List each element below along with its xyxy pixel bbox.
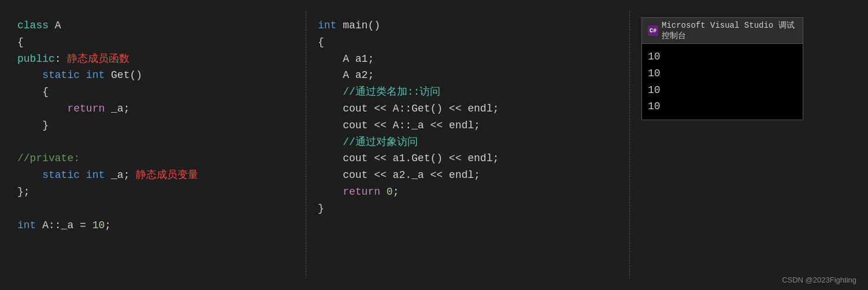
code-line [17, 134, 294, 151]
code-line: public: 静态成员函数 [17, 51, 294, 68]
code-line: int main() [318, 17, 618, 34]
code-line: { [17, 84, 294, 101]
code-line: int A::_a = 10; [17, 217, 294, 234]
output-line: 10 [648, 49, 797, 65]
output-panel: C# Microsoft Visual Studio 调试控制台 1010101… [630, 12, 815, 278]
code-line: }; [17, 184, 294, 200]
code-line: A a1; [318, 51, 618, 68]
code-line: static int _a; 静态成员变量 [17, 167, 294, 184]
code-line: } [318, 200, 618, 217]
code-line: cout << A::Get() << endl; [318, 101, 618, 117]
output-line: 10 [648, 82, 797, 99]
code-line: cout << a1.Get() << endl; [318, 150, 618, 167]
code-line: //private: [17, 150, 294, 167]
left-code-panel: class A{public: 静态成员函数 static int Get() … [6, 12, 306, 278]
code-line: } [17, 117, 294, 134]
output-line: 10 [648, 98, 797, 115]
output-title-bar: C# Microsoft Visual Studio 调试控制台 [641, 17, 803, 43]
code-line: return _a; [17, 101, 294, 117]
vs-icon: C# [648, 25, 658, 36]
watermark: CSDN @2023Fighting [782, 276, 856, 284]
output-content: 10101010 [641, 43, 803, 120]
code-line: { [17, 34, 294, 51]
left-code-block: class A{public: 静态成员函数 static int Get() … [17, 17, 294, 233]
output-line: 10 [648, 65, 797, 82]
output-window: C# Microsoft Visual Studio 调试控制台 1010101… [641, 17, 803, 120]
main-container: class A{public: 静态成员函数 static int Get() … [0, 0, 868, 290]
code-line: cout << A::_a << endl; [318, 117, 618, 134]
output-title: Microsoft Visual Studio 调试控制台 [662, 20, 797, 41]
code-line: cout << a2._a << endl; [318, 167, 618, 184]
code-line: return 0; [318, 184, 618, 200]
code-line: //通过类名加::访问 [318, 84, 618, 101]
code-line [17, 200, 294, 217]
code-line: class A [17, 17, 294, 34]
code-line: //通过对象访问 [318, 134, 618, 151]
code-line: static int Get() [17, 67, 294, 84]
right-code-block: int main(){ A a1; A a2; //通过类名加::访问 cout… [318, 17, 618, 217]
code-line: A a2; [318, 67, 618, 84]
right-code-panel: int main(){ A a1; A a2; //通过类名加::访问 cout… [306, 12, 630, 278]
code-line: { [318, 34, 618, 51]
